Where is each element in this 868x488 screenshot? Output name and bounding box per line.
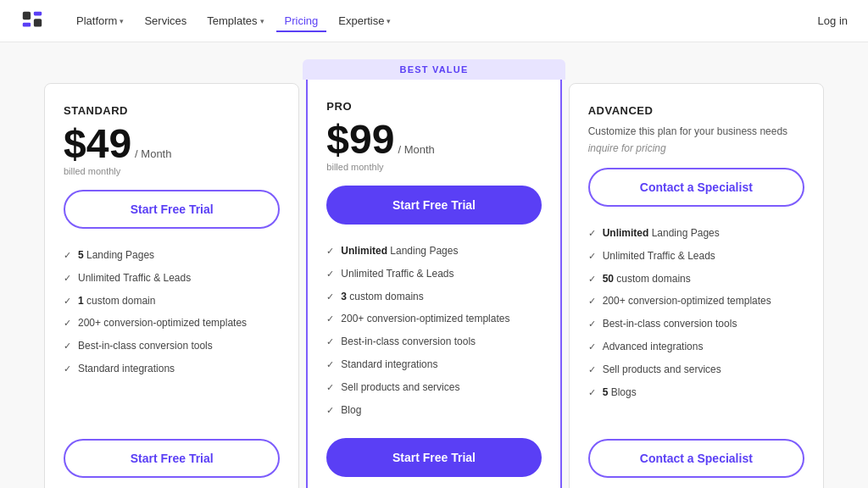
list-item: ✓Best-in-class conversion tools bbox=[64, 335, 280, 358]
standard-plan-name: STANDARD bbox=[64, 104, 280, 117]
nav-templates[interactable]: Templates ▾ bbox=[198, 9, 272, 32]
pro-plan-card: PRO $99 / Month billed monthly Start Fre… bbox=[306, 80, 561, 488]
pro-price-amount: $99 bbox=[326, 119, 394, 160]
check-icon: ✓ bbox=[588, 273, 596, 286]
check-icon: ✓ bbox=[64, 317, 71, 330]
spacer-left bbox=[41, 59, 303, 80]
list-item: ✓200+ conversion-optimized templates bbox=[326, 308, 541, 330]
advanced-plan-card: ADVANCED Customize this plan for your bu… bbox=[569, 83, 824, 488]
check-icon: ✓ bbox=[326, 358, 334, 371]
list-item: ✓Standard integrations bbox=[326, 353, 541, 376]
nav-expertise[interactable]: Expertise ▾ bbox=[330, 9, 399, 32]
check-icon: ✓ bbox=[588, 250, 596, 263]
check-icon: ✓ bbox=[64, 340, 71, 352]
list-item: ✓50 custom domains bbox=[588, 268, 804, 291]
list-item: ✓Standard integrations bbox=[64, 358, 280, 380]
list-item: ✓200+ conversion-optimized templates bbox=[588, 290, 804, 313]
list-item: ✓Unlimited Traffic & Leads bbox=[326, 263, 541, 286]
check-icon: ✓ bbox=[326, 313, 334, 325]
check-icon: ✓ bbox=[588, 363, 596, 376]
check-icon: ✓ bbox=[326, 404, 334, 417]
check-icon: ✓ bbox=[326, 245, 334, 258]
standard-price-amount: $49 bbox=[64, 124, 131, 164]
pro-features-list: ✓Unlimited Landing Pages ✓Unlimited Traf… bbox=[326, 240, 541, 421]
advanced-plan-name: ADVANCED bbox=[588, 104, 804, 117]
check-icon: ✓ bbox=[326, 268, 334, 280]
spacer-right bbox=[565, 59, 827, 80]
list-item: ✓Best-in-class conversion tools bbox=[326, 330, 541, 353]
login-link[interactable]: Log in bbox=[818, 14, 848, 27]
check-icon: ✓ bbox=[326, 291, 334, 303]
nav-services[interactable]: Services bbox=[136, 9, 195, 32]
svg-rect-3 bbox=[34, 19, 42, 26]
check-icon: ✓ bbox=[326, 336, 334, 348]
check-icon: ✓ bbox=[64, 272, 71, 285]
advanced-inquiry: inquire for pricing bbox=[588, 142, 804, 154]
standard-cta-bottom-button[interactable]: Start Free Trial bbox=[64, 439, 280, 478]
svg-rect-2 bbox=[23, 22, 31, 26]
standard-cta-top-button[interactable]: Start Free Trial bbox=[64, 190, 280, 229]
best-value-banner: BEST VALUE bbox=[303, 59, 565, 80]
check-icon: ✓ bbox=[588, 386, 596, 399]
check-icon: ✓ bbox=[64, 249, 71, 262]
advanced-cta-bottom-button[interactable]: Contact a Specialist bbox=[588, 439, 804, 478]
standard-billing-note: billed monthly bbox=[64, 166, 280, 176]
check-icon: ✓ bbox=[64, 363, 71, 375]
check-icon: ✓ bbox=[326, 381, 334, 394]
list-item: ✓5 Blogs bbox=[588, 381, 804, 404]
list-item: ✓1 custom domain bbox=[64, 290, 280, 313]
pro-plan-name: PRO bbox=[326, 100, 541, 113]
list-item: ✓Unlimited Landing Pages bbox=[326, 240, 541, 263]
standard-price-container: $49 / Month bbox=[64, 124, 280, 164]
list-item: ✓Unlimited Traffic & Leads bbox=[64, 267, 280, 290]
nav-links: Platform ▾ Services Templates ▾ Pricing … bbox=[68, 9, 818, 32]
list-item: ✓Sell products and services bbox=[588, 358, 804, 381]
list-item: ✓5 Landing Pages bbox=[64, 244, 280, 267]
list-item: ✓3 custom domains bbox=[326, 286, 541, 308]
standard-price-period: / Month bbox=[135, 147, 171, 160]
standard-features-list: ✓5 Landing Pages ✓Unlimited Traffic & Le… bbox=[64, 244, 280, 422]
list-item: ✓Sell products and services bbox=[326, 376, 541, 399]
list-item: ✓Blog bbox=[326, 399, 541, 422]
list-item: ✓Unlimited Landing Pages bbox=[588, 222, 804, 245]
advanced-plan-desc: Customize this plan for your business ne… bbox=[588, 124, 804, 139]
pro-price-container: $99 / Month bbox=[326, 119, 541, 160]
list-item: ✓Advanced integrations bbox=[588, 336, 804, 358]
check-icon: ✓ bbox=[588, 227, 596, 240]
nav-platform[interactable]: Platform ▾ bbox=[68, 9, 132, 32]
nav-pricing[interactable]: Pricing bbox=[276, 9, 327, 32]
standard-plan-card: STANDARD $49 / Month billed monthly Star… bbox=[44, 83, 299, 488]
advanced-features-list: ✓Unlimited Landing Pages ✓Unlimited Traf… bbox=[588, 222, 804, 422]
pro-billing-note: billed monthly bbox=[326, 162, 541, 172]
advanced-cta-top-button[interactable]: Contact a Specialist bbox=[588, 168, 804, 207]
svg-rect-1 bbox=[34, 11, 42, 15]
pro-price-period: / Month bbox=[398, 143, 434, 156]
pricing-grid: BEST VALUE STANDARD $49 / Month billed m… bbox=[41, 59, 827, 488]
list-item: ✓Unlimited Traffic & Leads bbox=[588, 245, 804, 268]
pro-cta-top-button[interactable]: Start Free Trial bbox=[326, 186, 541, 225]
list-item: ✓200+ conversion-optimized templates bbox=[64, 312, 280, 335]
check-icon: ✓ bbox=[588, 295, 596, 308]
check-icon: ✓ bbox=[588, 318, 596, 330]
logo[interactable] bbox=[20, 9, 44, 33]
check-icon: ✓ bbox=[64, 295, 71, 308]
svg-rect-0 bbox=[23, 11, 31, 19]
check-icon: ✓ bbox=[588, 341, 596, 353]
pro-cta-bottom-button[interactable]: Start Free Trial bbox=[326, 438, 541, 477]
list-item: ✓Best-in-class conversion tools bbox=[588, 313, 804, 336]
